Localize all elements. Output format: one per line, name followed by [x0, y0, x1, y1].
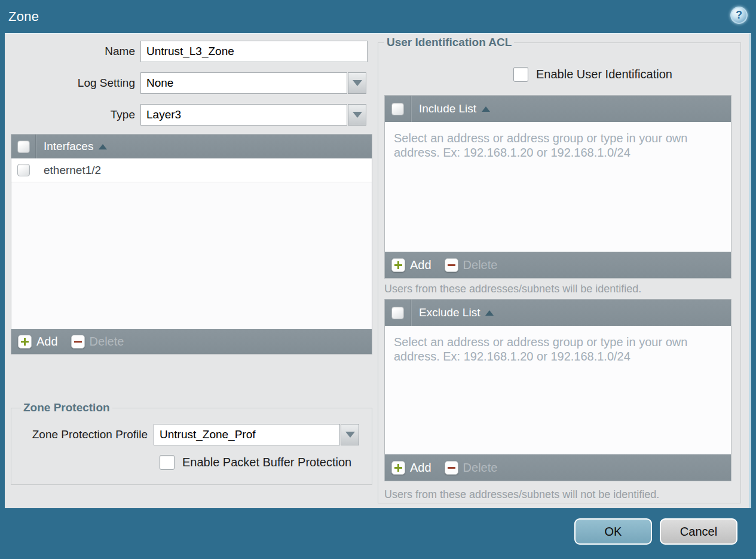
select-all-exclude-checkbox[interactable] [391, 307, 404, 319]
exclude-list-footer: Add Delete [385, 454, 731, 481]
type-input[interactable] [140, 104, 347, 126]
user-identification-acl-section: User Identification ACL Enable User Iden… [378, 36, 741, 503]
chevron-down-icon [353, 80, 362, 86]
enable-user-identification-label: Enable User Identification [536, 68, 672, 81]
interfaces-table-empty-area [11, 182, 372, 329]
add-include-button[interactable]: Add [410, 258, 431, 272]
cancel-button[interactable]: Cancel [660, 518, 737, 545]
delete-exclude-button[interactable]: Delete [463, 461, 498, 475]
chevron-down-icon [353, 112, 362, 118]
zone-protection-section: Zone Protection Zone Protection Profile … [11, 401, 372, 485]
enable-user-identification-row: Enable User Identification [513, 67, 740, 82]
zone-protection-profile-dropdown-button[interactable] [341, 424, 359, 445]
user-identification-acl-legend: User Identification ACL [384, 36, 514, 49]
add-exclude-button[interactable]: Add [410, 461, 431, 475]
include-list-table: Include List Select an address or addres… [384, 95, 731, 279]
help-icon[interactable]: ? [730, 7, 748, 24]
include-list-helper-text: Users from these addresses/subnets will … [384, 283, 740, 295]
enable-packet-buffer-protection-checkbox[interactable] [160, 455, 175, 470]
zone-protection-profile-label: Zone Protection Profile [20, 428, 154, 441]
name-label: Name [5, 45, 140, 58]
exclude-list-empty-area[interactable]: Select an address or address group or ty… [385, 326, 731, 454]
dialog-body: Name Log Setting Type Interfaces [5, 33, 751, 508]
dialog-footer: OK Cancel [0, 508, 756, 559]
add-icon[interactable] [18, 335, 32, 349]
log-setting-label: Log Setting [5, 77, 140, 90]
delete-icon[interactable] [71, 335, 85, 349]
exclude-list-column-header[interactable]: Exclude List [419, 306, 480, 319]
enable-user-identification-checkbox[interactable] [513, 67, 528, 82]
dialog-title: Zone [8, 9, 39, 25]
left-column: Name Log Setting Type Interfaces [5, 34, 375, 485]
include-list-placeholder: Select an address or address group or ty… [394, 131, 705, 160]
interfaces-table-footer: Add Delete [11, 329, 372, 354]
interfaces-table: Interfaces ethernet1/2 Add Delete [11, 134, 372, 355]
add-interface-button[interactable]: Add [36, 335, 58, 349]
sort-ascending-icon [485, 310, 494, 316]
include-list-column-header[interactable]: Include List [419, 102, 476, 115]
log-setting-dropdown-button[interactable] [348, 72, 366, 94]
select-all-cell [385, 96, 411, 122]
add-icon[interactable] [391, 258, 405, 272]
zone-protection-profile-input[interactable] [154, 424, 340, 445]
log-setting-input[interactable] [140, 72, 347, 94]
packet-buffer-protection-label: Enable Packet Buffer Protection [182, 456, 351, 469]
exclude-list-table: Exclude List Select an address or addres… [384, 299, 731, 481]
exclude-list-helper-text: Users from these addresses/subnets will … [384, 488, 740, 501]
type-label: Type [5, 108, 140, 121]
select-all-interfaces-checkbox[interactable] [17, 140, 30, 153]
sort-ascending-icon [482, 106, 490, 112]
type-dropdown-button[interactable] [348, 104, 366, 126]
exclude-list-placeholder: Select an address or address group or ty… [394, 335, 705, 364]
interface-row-checkbox[interactable] [17, 164, 30, 176]
select-all-cell [11, 135, 36, 158]
interface-name: ethernet1/2 [44, 164, 101, 177]
select-all-include-checkbox[interactable] [391, 103, 404, 115]
type-row: Type [5, 104, 375, 126]
delete-icon[interactable] [445, 258, 458, 272]
row-checkbox-cell [11, 158, 36, 182]
delete-interface-button[interactable]: Delete [90, 335, 124, 349]
zone-protection-legend: Zone Protection [21, 401, 112, 414]
delete-include-button[interactable]: Delete [463, 258, 498, 272]
name-input[interactable] [140, 41, 368, 62]
delete-icon[interactable] [445, 461, 458, 475]
include-list-header[interactable]: Include List [385, 96, 731, 122]
add-icon[interactable] [391, 461, 405, 475]
zone-protection-profile-row: Zone Protection Profile [20, 424, 363, 445]
table-row[interactable]: ethernet1/2 [11, 158, 372, 182]
include-list-empty-area[interactable]: Select an address or address group or ty… [385, 122, 731, 252]
dialog-titlebar: Zone ? [0, 0, 756, 33]
name-row: Name [5, 41, 375, 62]
chevron-down-icon [345, 432, 355, 438]
packet-buffer-protection-row: Enable Packet Buffer Protection [20, 455, 363, 470]
include-list-footer: Add Delete [385, 252, 731, 278]
ok-button[interactable]: OK [574, 518, 652, 545]
interfaces-table-header[interactable]: Interfaces [11, 135, 372, 158]
exclude-list-header[interactable]: Exclude List [385, 300, 731, 326]
log-setting-row: Log Setting [5, 72, 375, 94]
select-all-cell [385, 300, 411, 326]
sort-ascending-icon [99, 144, 107, 149]
interfaces-column-header[interactable]: Interfaces [44, 140, 93, 153]
